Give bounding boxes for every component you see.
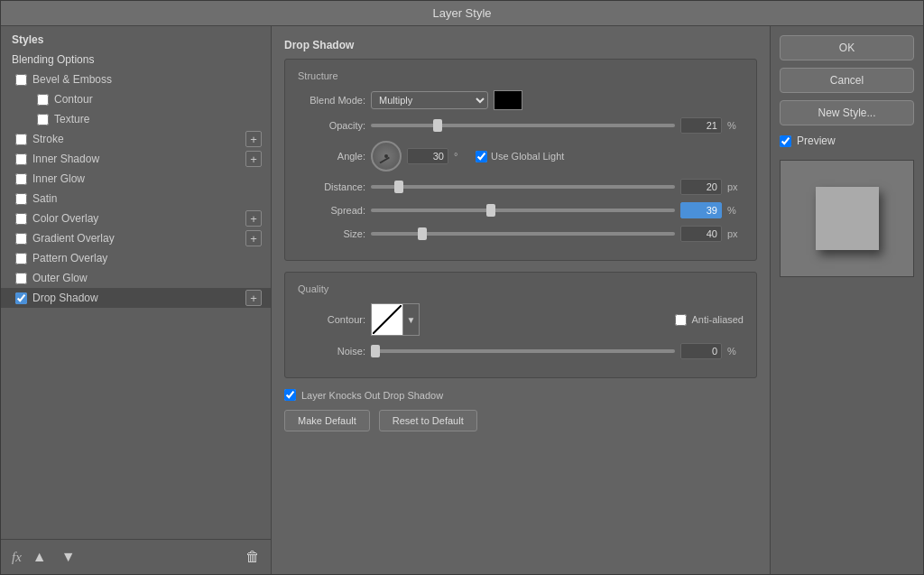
reset-to-default-button[interactable]: Reset to Default: [379, 410, 477, 431]
preview-canvas: [780, 160, 914, 277]
color-overlay-checkbox[interactable]: [15, 213, 27, 225]
sidebar-item-drop-shadow[interactable]: Drop Shadow +: [1, 288, 271, 308]
left-footer: fx ▲ ▼ 🗑: [1, 539, 271, 574]
gradient-overlay-plus-button[interactable]: +: [245, 230, 262, 246]
opacity-slider-container: [371, 124, 675, 127]
contour-select-wrap: ▼: [371, 303, 420, 336]
angle-input[interactable]: [407, 148, 448, 164]
spread-input[interactable]: [680, 202, 722, 218]
sidebar-item-stroke[interactable]: Stroke +: [1, 129, 271, 149]
noise-slider-container: [371, 349, 675, 353]
sidebar-item-pattern-overlay[interactable]: Pattern Overlay: [1, 248, 271, 268]
contour-label: Contour: [54, 93, 93, 106]
move-up-button[interactable]: ▲: [29, 547, 51, 567]
structure-section: Structure Blend Mode: Multiply Normal Sc…: [284, 59, 757, 261]
layer-knocks-row[interactable]: Layer Knocks Out Drop Shadow: [284, 389, 757, 401]
ok-button[interactable]: OK: [780, 35, 914, 60]
preview-checkbox[interactable]: [780, 135, 791, 147]
drop-shadow-label: Drop Shadow: [32, 292, 98, 304]
stroke-checkbox[interactable]: [15, 134, 27, 145]
sidebar-item-texture[interactable]: Texture: [1, 109, 271, 129]
inner-glow-label: Inner Glow: [32, 172, 85, 185]
noise-input[interactable]: [680, 343, 722, 359]
left-panel-content: Styles Blending Options Bevel & Emboss C…: [1, 26, 271, 539]
blend-mode-row: Blend Mode: Multiply Normal Screen Overl…: [298, 90, 744, 110]
sidebar-item-gradient-overlay[interactable]: Gradient Overlay +: [1, 228, 271, 248]
outer-glow-label: Outer Glow: [32, 272, 88, 284]
anti-aliased-label[interactable]: Anti-aliased: [675, 314, 744, 326]
sidebar-item-satin[interactable]: Satin: [1, 189, 271, 209]
inner-shadow-label: Inner Shadow: [32, 153, 99, 165]
gradient-overlay-label: Gradient Overlay: [32, 232, 115, 245]
angle-dial[interactable]: [371, 141, 402, 172]
inner-shadow-plus-button[interactable]: +: [245, 151, 262, 167]
opacity-slider[interactable]: [371, 124, 675, 127]
blending-options-header[interactable]: Blending Options: [1, 50, 271, 70]
move-down-button[interactable]: ▼: [58, 547, 79, 567]
contour-preview[interactable]: [371, 303, 403, 336]
pattern-overlay-label: Pattern Overlay: [32, 252, 107, 264]
distance-slider-container: [371, 185, 675, 189]
spread-slider-container: [371, 209, 675, 212]
quality-section: Quality Contour: ▼: [284, 272, 757, 378]
bevel-emboss-checkbox[interactable]: [15, 74, 27, 86]
distance-input[interactable]: [680, 179, 722, 195]
sidebar-item-color-overlay[interactable]: Color Overlay +: [1, 209, 271, 228]
noise-row: Noise: %: [298, 343, 744, 359]
quality-title: Quality: [298, 283, 744, 294]
texture-checkbox[interactable]: [37, 114, 49, 125]
angle-row: Angle: ° Use Global Light: [298, 141, 744, 172]
distance-unit: px: [727, 181, 744, 192]
global-light-checkbox[interactable]: [476, 151, 487, 162]
cancel-button[interactable]: Cancel: [780, 68, 914, 93]
styles-header[interactable]: Styles: [1, 26, 271, 50]
size-slider[interactable]: [371, 232, 675, 236]
delete-button[interactable]: 🗑: [245, 549, 260, 565]
distance-slider[interactable]: [371, 185, 675, 189]
sidebar-item-contour[interactable]: Contour: [1, 89, 271, 109]
inner-shadow-checkbox[interactable]: [15, 153, 27, 165]
drop-shadow-checkbox[interactable]: [15, 292, 27, 304]
sidebar-item-outer-glow[interactable]: Outer Glow: [1, 268, 271, 288]
sidebar-item-bevel-emboss[interactable]: Bevel & Emboss: [1, 70, 271, 89]
size-row: Size: px: [298, 226, 744, 242]
drop-shadow-plus-button[interactable]: +: [245, 290, 262, 306]
make-default-button[interactable]: Make Default: [284, 410, 370, 431]
pattern-overlay-checkbox[interactable]: [15, 253, 27, 264]
opacity-input[interactable]: [680, 117, 722, 134]
outer-glow-checkbox[interactable]: [15, 273, 27, 284]
opacity-label: Opacity:: [298, 120, 365, 131]
sidebar-item-inner-glow[interactable]: Inner Glow: [1, 169, 271, 189]
stroke-plus-button[interactable]: +: [245, 131, 262, 147]
gradient-overlay-checkbox[interactable]: [15, 233, 27, 245]
new-style-button[interactable]: New Style...: [780, 100, 914, 125]
layer-knocks-checkbox[interactable]: [284, 389, 296, 401]
preview-label[interactable]: Preview: [780, 133, 914, 149]
shadow-color-swatch[interactable]: [494, 90, 522, 110]
inner-glow-checkbox[interactable]: [15, 173, 27, 185]
bevel-emboss-label: Bevel & Emboss: [32, 73, 112, 86]
anti-aliased-checkbox[interactable]: [675, 314, 687, 326]
spread-slider[interactable]: [371, 209, 675, 212]
global-light-label[interactable]: Use Global Light: [476, 151, 564, 162]
middle-panel: Drop Shadow Structure Blend Mode: Multip…: [272, 26, 770, 574]
sidebar-item-inner-shadow[interactable]: Inner Shadow +: [1, 149, 271, 169]
texture-label: Texture: [54, 113, 89, 125]
angle-label: Angle:: [298, 151, 365, 162]
blend-mode-select[interactable]: Multiply Normal Screen Overlay: [371, 91, 488, 109]
contour-checkbox[interactable]: [37, 94, 49, 106]
size-unit: px: [727, 228, 744, 239]
contour-dropdown-arrow[interactable]: ▼: [403, 303, 420, 336]
opacity-unit: %: [727, 120, 744, 131]
spread-unit: %: [727, 205, 744, 216]
satin-checkbox[interactable]: [15, 193, 27, 205]
color-overlay-label: Color Overlay: [32, 212, 98, 225]
dialog-body: Styles Blending Options Bevel & Emboss C…: [1, 26, 923, 574]
spread-label: Spread:: [298, 205, 365, 216]
noise-unit: %: [727, 346, 744, 357]
left-panel: Styles Blending Options Bevel & Emboss C…: [1, 26, 272, 574]
size-input[interactable]: [680, 226, 722, 242]
noise-slider[interactable]: [371, 349, 675, 353]
right-panel: OK Cancel New Style... Preview: [770, 26, 923, 574]
color-overlay-plus-button[interactable]: +: [245, 210, 262, 227]
